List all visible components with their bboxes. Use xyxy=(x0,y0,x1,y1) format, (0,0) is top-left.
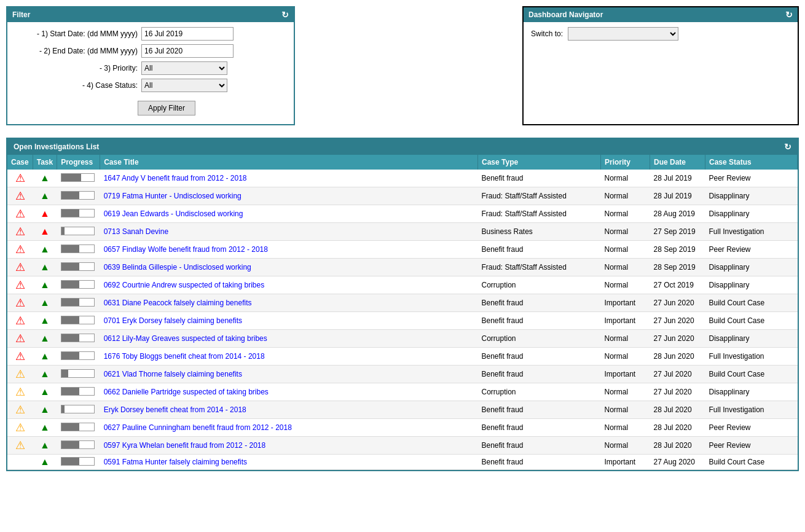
filter-row-status: - 4) Case Status: All Peer Review Disapp… xyxy=(15,79,286,92)
progress-bar-fill xyxy=(61,299,79,306)
top-section: Filter ↻ - 1) Start Date: (dd MMM yyyy) … xyxy=(0,0,805,131)
case-alert-icon: ⚠ xyxy=(15,404,25,416)
progress-bar xyxy=(61,209,95,217)
cell-type: Benefit fraud xyxy=(478,401,601,419)
cell-priority: Normal xyxy=(601,223,650,241)
case-title-link[interactable]: 0713 Sanah Devine xyxy=(104,227,168,236)
case-title-link[interactable]: 0591 Fatma Hunter falsely claiming benef… xyxy=(104,458,247,466)
progress-bar xyxy=(61,244,95,253)
task-triangle-icon: ▲ xyxy=(40,440,50,450)
cell-status: Build Court Case xyxy=(705,294,798,312)
cell-case-icon: ⚠ xyxy=(7,294,33,312)
table-row: ⚠ ▲ 1647 Andy V benefit fraud from 2012 … xyxy=(7,170,798,187)
case-title-link[interactable]: 1676 Toby Bloggs benefit cheat from 2014… xyxy=(104,352,265,361)
cell-due: 28 Sep 2019 xyxy=(650,241,705,259)
col-header-progress: Progress xyxy=(57,155,100,170)
cell-task-icon: ▲ xyxy=(33,366,57,383)
progress-bar-fill xyxy=(61,174,81,181)
cell-type: Benefit fraud xyxy=(478,437,601,455)
filter-label-startdate: - 1) Start Date: (dd MMM yyyy) xyxy=(15,29,138,38)
cell-case-icon xyxy=(7,455,33,470)
investigations-refresh-icon[interactable]: ↻ xyxy=(784,142,791,152)
col-header-status: Case Status xyxy=(705,155,798,170)
case-alert-icon: ⚠ xyxy=(15,368,25,380)
cell-task-icon: ▲ xyxy=(33,455,57,470)
cell-case-icon: ⚠ xyxy=(7,348,33,366)
cell-due: 28 Aug 2019 xyxy=(650,205,705,223)
cell-status: Peer Review xyxy=(705,437,798,455)
cell-task-icon: ▲ xyxy=(33,187,57,205)
progress-bar-fill xyxy=(61,388,79,395)
cell-title: 0619 Jean Edwards - Undisclosed working xyxy=(100,205,478,223)
case-alert-icon: ⚠ xyxy=(15,261,25,273)
cell-status: Disapplinary xyxy=(705,330,798,348)
cell-progress xyxy=(57,259,100,276)
filter-refresh-icon[interactable]: ↻ xyxy=(281,10,289,20)
cell-progress xyxy=(57,223,100,241)
case-title-link[interactable]: 0627 Pauline Cunningham benefit fraud fr… xyxy=(104,423,292,432)
cell-status: Build Court Case xyxy=(705,366,798,383)
filter-select-status[interactable]: All Peer Review Disapplinary Full Invest… xyxy=(141,79,227,92)
cell-case-icon: ⚠ xyxy=(7,205,33,223)
table-row: ⚠ ▲ 0619 Jean Edwards - Undisclosed work… xyxy=(7,205,798,223)
case-title-link[interactable]: 0597 Kyra Whelan benefit fraud from 2012… xyxy=(104,441,266,450)
cell-type: Benefit fraud xyxy=(478,312,601,330)
progress-bar xyxy=(61,369,95,378)
case-title-link[interactable]: 0631 Diane Peacock falsely claiming bene… xyxy=(104,299,252,307)
cell-priority: Normal xyxy=(601,437,650,455)
case-title-link[interactable]: 0662 Danielle Partridge suspected of tak… xyxy=(104,388,269,396)
cell-title: 0621 Vlad Thorne falsely claiming benefi… xyxy=(100,366,478,383)
progress-bar xyxy=(61,316,95,324)
filter-title-text: Filter xyxy=(12,10,30,19)
cell-task-icon: ▲ xyxy=(33,348,57,366)
filter-input-enddate[interactable] xyxy=(141,44,234,58)
table-row: ⚠ ▲ 0713 Sanah Devine Business Rates Nor… xyxy=(7,223,798,241)
cell-priority: Normal xyxy=(601,348,650,366)
case-alert-icon: ⚠ xyxy=(15,172,25,184)
cell-case-icon: ⚠ xyxy=(7,312,33,330)
apply-filter-button[interactable]: Apply Filter xyxy=(138,101,195,115)
filter-select-priority[interactable]: All Normal Important xyxy=(141,61,227,75)
cell-task-icon: ▲ xyxy=(33,223,57,241)
case-title-link[interactable]: 0612 Lily-May Greaves suspected of takin… xyxy=(104,334,267,343)
case-alert-icon: ⚠ xyxy=(15,350,25,362)
dashboard-switch-select[interactable] xyxy=(568,27,678,41)
case-title-link[interactable]: 0657 Findlay Wolfe benefit fraud from 20… xyxy=(104,245,268,254)
progress-bar xyxy=(61,262,95,271)
case-title-link[interactable]: 1647 Andy V benefit fraud from 2012 - 20… xyxy=(104,174,247,182)
progress-bar xyxy=(61,440,95,449)
cell-priority: Normal xyxy=(601,419,650,437)
cell-status: Disapplinary xyxy=(705,259,798,276)
cell-title: 0662 Danielle Partridge suspected of tak… xyxy=(100,383,478,401)
filter-input-startdate[interactable] xyxy=(141,27,234,41)
progress-bar-fill xyxy=(61,441,79,448)
task-triangle-icon: ▲ xyxy=(40,315,50,326)
cell-task-icon: ▲ xyxy=(33,205,57,223)
task-triangle-icon: ▲ xyxy=(40,280,50,290)
case-title-link[interactable]: 0692 Courtnie Andrew suspected of taking… xyxy=(104,281,265,289)
cell-priority: Normal xyxy=(601,170,650,187)
progress-bar xyxy=(61,423,95,431)
case-title-link[interactable]: 0719 Fatma Hunter - Undisclosed working xyxy=(104,192,242,200)
cell-due: 27 Sep 2019 xyxy=(650,223,705,241)
filter-row-priority: - 3) Priority: All Normal Important xyxy=(15,61,286,75)
cell-due: 27 Aug 2020 xyxy=(650,455,705,470)
cell-status: Disapplinary xyxy=(705,187,798,205)
progress-bar xyxy=(61,173,95,182)
case-title-link[interactable]: Eryk Dorsey benefit cheat from 2014 - 20… xyxy=(104,405,246,414)
cell-progress xyxy=(57,187,100,205)
table-row: ⚠ ▲ 0631 Diane Peacock falsely claiming … xyxy=(7,294,798,312)
cell-due: 28 Jul 2019 xyxy=(650,170,705,187)
cell-status: Full Investigation xyxy=(705,348,798,366)
case-title-link[interactable]: 0621 Vlad Thorne falsely claiming benefi… xyxy=(104,370,242,378)
cell-title: 0612 Lily-May Greaves suspected of takin… xyxy=(100,330,478,348)
cell-due: 28 Jul 2020 xyxy=(650,401,705,419)
col-header-type: Case Type xyxy=(478,155,601,170)
case-title-link[interactable]: 0701 Eryk Dorsey falsely claiming benefi… xyxy=(104,316,242,325)
case-title-link[interactable]: 0639 Belinda Gillespie - Undisclosed wor… xyxy=(104,263,251,272)
investigations-section: Open Investigations List ↻ Case Task Pro… xyxy=(6,138,799,471)
cell-case-icon: ⚠ xyxy=(7,241,33,259)
cell-priority: Important xyxy=(601,366,650,383)
case-title-link[interactable]: 0619 Jean Edwards - Undisclosed working xyxy=(104,209,243,218)
dashboard-refresh-icon[interactable]: ↻ xyxy=(785,10,793,20)
